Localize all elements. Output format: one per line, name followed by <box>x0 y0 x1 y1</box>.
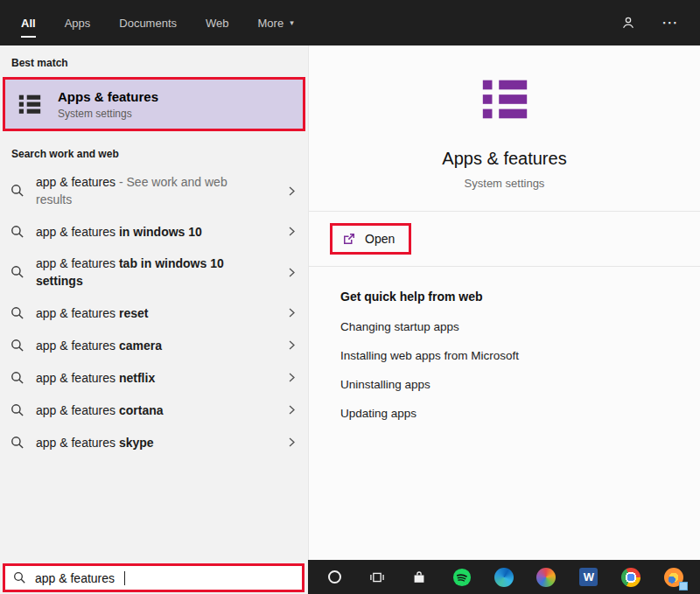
help-link[interactable]: Installing web apps from Microsoft <box>340 347 682 364</box>
search-filter-bar: All Apps Documents Web More ▾ ⋯ <box>0 0 700 45</box>
chrome-icon[interactable] <box>620 566 642 589</box>
tab-apps[interactable]: Apps <box>65 0 91 45</box>
search-icon <box>10 339 24 353</box>
apps-features-icon <box>478 72 532 126</box>
help-link[interactable]: Uninstalling apps <box>340 376 682 393</box>
search-suggestion[interactable]: app & features cortana <box>0 394 308 426</box>
word-icon[interactable]: W <box>578 566 600 589</box>
help-link[interactable]: Changing startup apps <box>340 318 682 335</box>
chevron-right-icon[interactable] <box>286 339 298 351</box>
preview-panel: Apps & features System settings Open Get… <box>308 45 700 560</box>
best-match-header: Best match <box>0 45 308 75</box>
search-input-value: app & features <box>35 571 115 585</box>
suggestion-text: app & features netflix <box>36 369 262 387</box>
preview-subtitle: System settings <box>309 177 700 211</box>
best-match-text: Apps & features System settings <box>58 88 158 120</box>
tab-apps-label: Apps <box>65 17 91 30</box>
suggestion-text: app & features tab in windows 10 setting… <box>36 255 262 290</box>
tab-web[interactable]: Web <box>206 0 229 45</box>
edge-icon[interactable] <box>493 566 515 589</box>
windows-search-panel: All Apps Documents Web More ▾ ⋯ Best mat… <box>0 0 700 594</box>
spotify-icon[interactable] <box>451 566 473 589</box>
search-icon <box>10 306 24 320</box>
tab-documents-label: Documents <box>119 17 177 30</box>
chevron-right-icon[interactable] <box>286 267 298 278</box>
open-button-label: Open <box>365 232 395 246</box>
best-match-title: Apps & features <box>58 88 158 105</box>
suggestion-text: app & features skype <box>36 434 262 451</box>
quick-help-links: Changing startup apps Installing web app… <box>340 318 682 422</box>
cortana-icon[interactable] <box>323 566 346 589</box>
help-link[interactable]: Updating apps <box>340 405 682 422</box>
tab-all-label: All <box>21 17 36 30</box>
open-button[interactable]: Open <box>330 223 411 255</box>
chevron-right-icon[interactable] <box>286 372 298 383</box>
apps-features-icon <box>17 91 43 117</box>
search-icon <box>10 371 24 385</box>
best-match-subtitle: System settings <box>58 108 158 120</box>
notification-badge <box>679 582 688 591</box>
search-icon <box>10 265 24 279</box>
quick-help-section: Get quick help from web Changing startup… <box>309 267 700 422</box>
firefox-icon[interactable] <box>662 566 685 589</box>
best-match-result[interactable]: Apps & features System settings <box>3 77 305 131</box>
suggestion-text: app & features cortana <box>36 402 262 419</box>
ellipsis-icon[interactable]: ⋯ <box>662 14 679 31</box>
quick-help-header: Get quick help from web <box>340 290 682 304</box>
chevron-right-icon[interactable] <box>286 404 298 416</box>
chevron-right-icon[interactable] <box>286 226 298 237</box>
search-input[interactable]: app & features <box>3 563 304 592</box>
suggestion-text: app & features - See work and web result… <box>36 173 262 208</box>
open-icon <box>342 232 356 246</box>
actions-row: Open <box>309 212 700 266</box>
chevron-right-icon[interactable] <box>286 185 298 197</box>
text-cursor <box>124 571 125 585</box>
tab-all[interactable]: All <box>21 0 36 45</box>
preview-hero: Apps & features System settings <box>309 45 700 211</box>
tab-web-label: Web <box>206 17 229 30</box>
taskbar: W <box>308 560 700 594</box>
search-icon <box>10 436 24 450</box>
chevron-down-icon: ▾ <box>290 18 294 27</box>
store-icon[interactable] <box>408 566 430 589</box>
search-icon <box>10 225 24 239</box>
filter-tabs: All Apps Documents Web More ▾ <box>21 0 294 45</box>
search-suggestion[interactable]: app & features reset <box>0 297 308 329</box>
search-icon <box>10 184 24 198</box>
preview-title: Apps & features <box>309 149 700 169</box>
topbar-actions: ⋯ <box>620 14 679 31</box>
search-suggestion[interactable]: app & features camera <box>0 329 308 361</box>
search-suggestion[interactable]: app & features tab in windows 10 setting… <box>0 248 308 297</box>
task-view-icon[interactable] <box>366 566 388 589</box>
tab-more[interactable]: More ▾ <box>258 0 294 45</box>
search-suggestion[interactable]: app & features in windows 10 <box>0 215 308 248</box>
search-icon <box>10 403 24 417</box>
paint3d-icon[interactable] <box>535 566 557 589</box>
tab-more-label: More <box>258 17 284 30</box>
search-icon <box>13 571 26 584</box>
chevron-right-icon[interactable] <box>286 307 298 318</box>
search-suggestion[interactable]: app & features netflix <box>0 361 308 394</box>
suggestion-text: app & features in windows 10 <box>36 223 262 241</box>
results-panel: Best match Apps & features System settin… <box>0 45 308 594</box>
search-suggestion[interactable]: app & features skype <box>0 426 308 458</box>
feedback-icon[interactable] <box>620 14 637 31</box>
suggestion-text: app & features reset <box>36 304 262 322</box>
search-suggestion[interactable]: app & features - See work and web result… <box>0 166 308 215</box>
search-web-header: Search work and web <box>0 136 308 166</box>
tab-documents[interactable]: Documents <box>119 0 177 45</box>
chevron-right-icon[interactable] <box>286 437 298 448</box>
suggestion-text: app & features camera <box>36 337 262 354</box>
